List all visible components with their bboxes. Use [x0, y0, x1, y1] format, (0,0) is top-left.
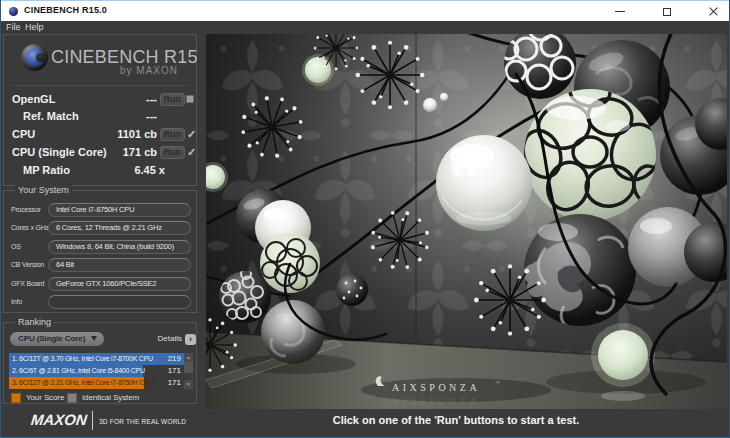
menu-help[interactable]: Help [25, 21, 44, 34]
your-score-swatch [11, 393, 21, 403]
os-label: OS [11, 240, 21, 254]
scroll-down-icon[interactable]: ▼ [184, 380, 193, 389]
maxon-divider [92, 411, 93, 430]
cb-version-label: CB Version [11, 258, 44, 272]
aixsponza-registered: ® [496, 380, 500, 385]
maxon-tagline: 3D FOR THE REAL WORLD [99, 418, 186, 425]
ranking-row-3[interactable]: 3. 6C/12T @ 2.21 GHz, Intel Core i7-8750… [9, 377, 184, 389]
cores-label: Cores x GHz [11, 221, 49, 235]
cpu-single-run-button[interactable]: Run [160, 146, 185, 159]
gfx-board-value: GeForce GTX 1060/PCIe/SSE2 [48, 277, 191, 291]
processor-value: Intel Core i7-8750H CPU [48, 203, 191, 217]
identical-system-label: Identical System [82, 393, 139, 403]
details-label: Details [144, 334, 182, 343]
score-divider [12, 85, 188, 86]
window-border-left [0, 0, 1, 438]
ranking-title: Ranking [15, 317, 54, 327]
ranking-row-1[interactable]: 1. 6C/12T @ 3.70 GHz, Intel Core i7-8700… [9, 353, 184, 365]
details-button[interactable]: › [185, 334, 196, 345]
scroll-up-icon[interactable]: ▲ [184, 353, 193, 362]
ranking-selector[interactable]: CPU (Single Core) [10, 332, 104, 346]
info-value [48, 295, 191, 309]
ranking-panel: Ranking CPU (Single Core) Details › 1. 6… [3, 322, 197, 404]
maximize-button[interactable] [646, 1, 688, 22]
cpu-single-check-icon: ✓ [187, 146, 196, 159]
your-system-title: Your System [15, 185, 72, 195]
info-label: Info [11, 295, 22, 309]
opengl-run-button[interactable]: Run [160, 93, 185, 106]
cpu-value: 1101 cb [84, 128, 157, 141]
chevron-down-icon [91, 336, 97, 341]
window-title: CINEBENCH R15.0 [24, 5, 107, 15]
gfx-board-label: GFX Board [11, 277, 44, 291]
cinebench-logo-notch [36, 53, 45, 62]
maxon-logo: MAXON [30, 411, 88, 428]
cores-value: 6 Cores, 12 Threads @ 2.21 GHz [48, 221, 191, 235]
cpu-single-value: 171 cb [84, 146, 157, 159]
ranking-row-3-label: 3. 6C/12T @ 2.21 GHz, Intel Core i7-8750… [12, 377, 153, 389]
ranking-scrollbar[interactable]: ▲ ▼ [184, 353, 193, 389]
your-score-label: Your Score [26, 393, 64, 403]
ranking-row-3-score: 171 [168, 377, 181, 389]
status-text: Click on one of the 'Run' buttons to sta… [206, 414, 706, 426]
refmatch-label: Ref. Match [23, 110, 79, 123]
close-button[interactable] [692, 1, 730, 22]
cpu-label: CPU [12, 128, 35, 141]
ranking-selector-value: CPU (Single Core) [18, 334, 85, 343]
cpu-check-icon: ✓ [187, 128, 196, 141]
aixsponza-reflection: AIXSPONZA [392, 396, 480, 407]
ranking-row-2-score: 171 [168, 365, 181, 377]
cinebench-byline: by MAXON [100, 65, 178, 76]
menu-file[interactable]: File [6, 21, 21, 34]
ranking-row-1-label: 1. 6C/12T @ 3.70 GHz, Intel Core i7-8700… [12, 353, 153, 365]
scrollbar-thumb[interactable] [184, 362, 193, 373]
your-system-panel: Your System Processor Intel Core i7-8750… [3, 190, 197, 313]
score-panel: CINEBENCH R15 by MAXON OpenGL --- Run Re… [3, 34, 197, 186]
render-scene: AIXSPONZA ® AIXSPONZA [206, 34, 727, 409]
aixsponza-text: AIXSPONZA [392, 382, 480, 393]
opengl-value: --- [84, 93, 157, 106]
os-value: Windows 8, 64 Bit, China (build 9200) [48, 240, 191, 254]
ranking-row-2[interactable]: 2. 6C/6T @ 2.81 GHz, Intel Core i5-8400 … [9, 365, 184, 377]
opengl-label: OpenGL [12, 93, 55, 106]
minimize-icon [615, 11, 625, 12]
processor-label: Processor [11, 203, 41, 217]
ranking-row-2-label: 2. 6C/6T @ 2.81 GHz, Intel Core i5-8400 … [12, 365, 145, 377]
cb-version-value: 64 Bit [48, 258, 191, 272]
refmatch-value: --- [84, 110, 157, 123]
cpu-run-button[interactable]: Run [160, 128, 185, 141]
maximize-icon [663, 8, 671, 16]
opengl-checkbox[interactable] [186, 95, 194, 103]
identical-system-swatch [67, 393, 77, 403]
minimize-button[interactable] [599, 1, 641, 22]
mp-ratio-label: MP Ratio [23, 164, 70, 177]
title-bar: CINEBENCH R15.0 [1, 1, 729, 21]
ranking-row-1-score: 219 [168, 353, 181, 365]
app-icon [9, 7, 18, 16]
mp-ratio-value: 6.45 x [84, 164, 165, 177]
